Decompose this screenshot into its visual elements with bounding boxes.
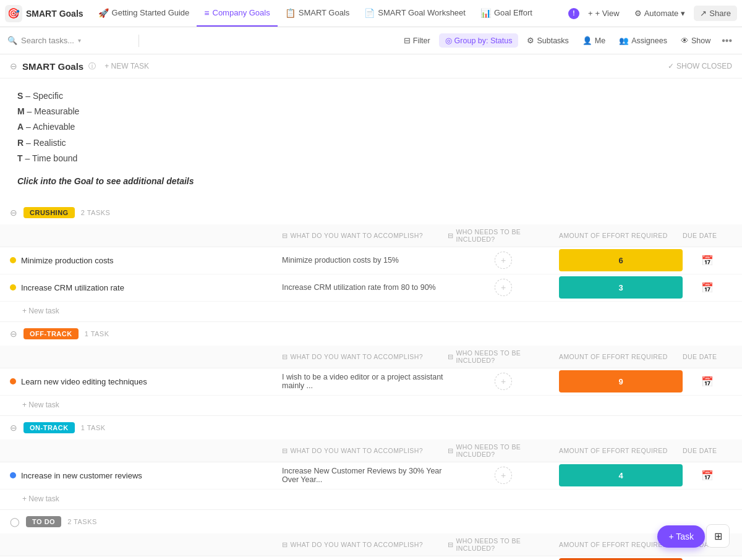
table-row[interactable]: Increase CRM utilization rate Increase C…	[0, 274, 742, 302]
view-button[interactable]: + + View	[582, 6, 626, 21]
me-icon: 👤	[582, 36, 592, 45]
new-task-button[interactable]: + NEW TASK	[101, 61, 153, 72]
col-accomplish: ⊟ WHAT DO YOU WANT TO ACCOMPLISH?	[282, 541, 448, 548]
add-new-task-offtrack[interactable]: + New task	[0, 396, 742, 415]
add-task-fab[interactable]: + Task	[657, 525, 705, 548]
smart-realistic: R – Realistic	[17, 135, 725, 151]
filter-button[interactable]: ⊟ Filter	[399, 33, 435, 48]
grid-view-button[interactable]: ⊞	[706, 524, 730, 548]
status-badge-ontrack: ON-TRACK	[23, 422, 75, 433]
share-button[interactable]: ↗ Share	[694, 6, 737, 21]
task-assignee: +	[448, 373, 559, 390]
table-row[interactable]: Increase in new customer reviews Increas…	[0, 462, 742, 490]
effort-cell: 6	[559, 249, 683, 271]
tab-company-goals[interactable]: ≡ Company Goals	[197, 0, 277, 27]
calendar-icon[interactable]: 📅	[701, 282, 714, 294]
automate-button[interactable]: ⚙ Automate ▾	[628, 6, 692, 21]
accomplish-icon: ⊟	[282, 353, 288, 360]
tab-goal-effort[interactable]: 📊 Goal Effort	[473, 0, 540, 27]
col-headers-todo: ⊟ WHAT DO YOU WANT TO ACCOMPLISH? ⊟ WHO …	[0, 533, 742, 556]
col-accomplish: ⊟ WHAT DO YOU WANT TO ACCOMPLISH?	[282, 447, 448, 454]
crushing-task-count: 2 TASKS	[81, 209, 111, 216]
col-due-date: DUE DATE	[683, 353, 732, 360]
share-icon: ↗	[700, 9, 707, 18]
group-todo-collapse[interactable]: ◯	[10, 517, 20, 527]
col-include: ⊟ WHO NEEDS TO BE INCLUDED?	[448, 228, 559, 243]
effort-bar: 9	[559, 370, 683, 392]
tab-smart-goals[interactable]: 📋 SMART Goals	[278, 0, 357, 27]
col-include: ⊟ WHO NEEDS TO BE INCLUDED?	[448, 537, 559, 552]
status-badge-todo: TO DO	[26, 516, 61, 527]
include-icon: ⊟	[448, 541, 453, 548]
section-collapse-icon[interactable]: ⊖	[10, 61, 17, 71]
col-include: ⊟ WHO NEEDS TO BE INCLUDED?	[448, 349, 559, 364]
add-new-task-crushing[interactable]: + New task	[0, 302, 742, 321]
task-status-dot	[10, 378, 16, 384]
getting-started-icon: 🚀	[98, 8, 109, 18]
smart-goals-section-header: ⊖ SMART Goals ⓘ + NEW TASK ✓ SHOW CLOSED	[0, 54, 742, 78]
click-info-text: Click into the Goal to see additional de…	[17, 176, 725, 186]
add-assignee-button[interactable]: +	[495, 467, 512, 484]
table-row[interactable]: Minimize production costs Minimize produ…	[0, 247, 742, 274]
search-area[interactable]: 🔍 Search tasks... ▾	[7, 36, 131, 45]
info-icon[interactable]: ⓘ	[88, 61, 96, 72]
me-button[interactable]: 👤 Me	[578, 33, 610, 48]
group-on-track: ⊖ ON-TRACK 1 TASK ⊟ WHAT DO YOU WANT TO …	[0, 416, 742, 510]
add-assignee-button[interactable]: +	[495, 252, 512, 269]
task-name: Minimize production costs	[21, 256, 114, 265]
offtrack-task-count: 1 TASK	[85, 330, 109, 337]
effort-bar: 6	[559, 249, 683, 271]
group-off-track: ⊖ OFF-TRACK 1 TASK ⊟ WHAT DO YOU WANT TO…	[0, 322, 742, 416]
fab-label: + Task	[668, 532, 694, 541]
group-crushing-collapse[interactable]: ⊖	[10, 208, 17, 218]
nav-right-actions: ! + + View ⚙ Automate ▾ ↗ Share	[568, 6, 737, 21]
filter-icon: ⊟	[404, 36, 411, 45]
group-todo: ◯ TO DO 2 TASKS ⊟ WHAT DO YOU WANT TO AC…	[0, 510, 742, 560]
smart-goals-icon: 📋	[285, 8, 296, 18]
col-effort: AMOUNT OF EFFORT REQUIRED	[559, 447, 683, 454]
col-accomplish: ⊟ WHAT DO YOU WANT TO ACCOMPLISH?	[282, 353, 448, 360]
subtasks-button[interactable]: ⚙ Subtasks	[522, 33, 573, 48]
calendar-icon[interactable]: 📅	[701, 255, 714, 266]
calendar-icon[interactable]: 📅	[701, 376, 714, 388]
add-assignee-button[interactable]: +	[495, 279, 512, 296]
effort-bar: 3	[559, 276, 683, 299]
effort-cell: 4	[559, 464, 683, 486]
task-accomplish: Minimize production costs by 15%	[282, 256, 448, 265]
effort-cell: 3	[559, 276, 683, 299]
notification-badge: !	[568, 8, 579, 19]
more-options-icon[interactable]: •••	[719, 35, 735, 46]
todo-task-count: 2 TASKS	[67, 518, 97, 525]
accomplish-icon: ⊟	[282, 541, 288, 548]
worksheet-icon: 📄	[364, 8, 375, 18]
table-row[interactable]: Learn new video editing techniques I wis…	[0, 368, 742, 396]
task-name: Increase CRM utilization rate	[21, 283, 124, 292]
task-name-cell: Increase in new customer reviews	[10, 471, 282, 480]
due-date-cell: 📅	[683, 470, 732, 482]
task-assignee: +	[448, 467, 559, 484]
add-assignee-button[interactable]: +	[495, 373, 512, 390]
add-new-task-ontrack[interactable]: + New task	[0, 490, 742, 509]
col-effort: AMOUNT OF EFFORT REQUIRED	[559, 232, 683, 239]
smart-measurable: M – Measurable	[17, 104, 725, 119]
group-ontrack-header: ⊖ ON-TRACK 1 TASK	[0, 416, 742, 439]
calendar-icon[interactable]: 📅	[701, 470, 714, 482]
main-content: ⊖ SMART Goals ⓘ + NEW TASK ✓ SHOW CLOSED…	[0, 54, 742, 560]
show-closed-button[interactable]: ✓ SHOW CLOSED	[668, 62, 732, 70]
group-ontrack-collapse[interactable]: ⊖	[10, 423, 17, 433]
goal-effort-icon: 📊	[480, 8, 491, 18]
assignees-button[interactable]: 👥 Assignees	[614, 33, 672, 48]
grid-icon: ⊞	[714, 530, 722, 542]
col-headers-crushing: ⊟ WHAT DO YOU WANT TO ACCOMPLISH? ⊟ WHO …	[0, 224, 742, 247]
show-button[interactable]: 👁 Show	[676, 34, 715, 48]
table-row[interactable]: Increase this year's net income increase…	[0, 556, 742, 560]
tab-getting-started[interactable]: 🚀 Getting Started Guide	[91, 0, 197, 27]
task-accomplish: I wish to be a video editor or a project…	[282, 373, 448, 390]
group-crushing: ⊖ CRUSHING 2 TASKS ⊟ WHAT DO YOU WANT TO…	[0, 201, 742, 322]
group-by-button[interactable]: ◎ Group by: Status	[439, 33, 519, 48]
due-date-cell: 📅	[683, 255, 732, 266]
group-offtrack-collapse[interactable]: ⊖	[10, 329, 17, 339]
tab-smart-goal-worksheet[interactable]: 📄 SMART Goal Worksheet	[357, 0, 473, 27]
group-icon: ◎	[445, 36, 452, 45]
task-assignee: +	[448, 252, 559, 269]
